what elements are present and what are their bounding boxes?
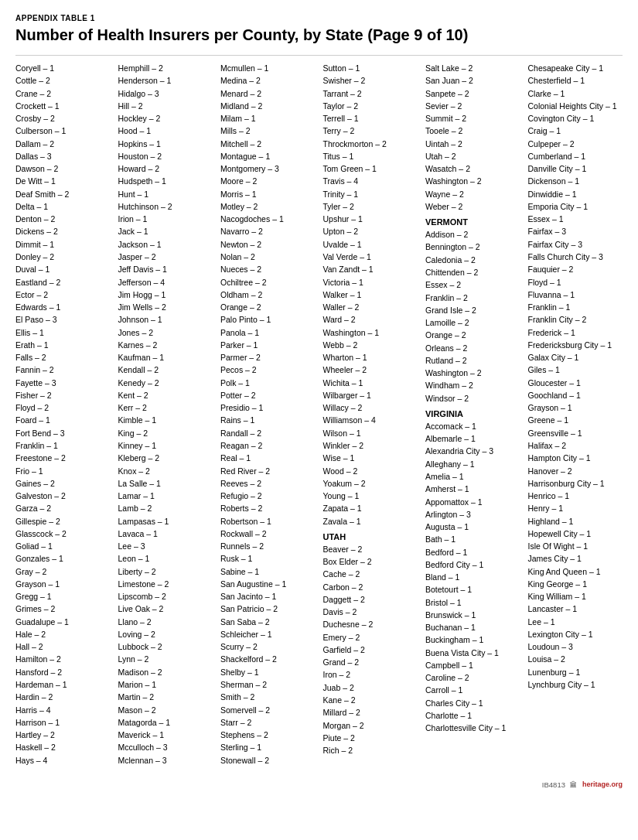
list-item: Franklin – 1 [528,301,623,313]
list-item: Charlotte – 1 [425,709,520,722]
list-item: Starr – 2 [220,716,316,729]
list-item: Parker – 1 [220,339,316,351]
list-item: Hall – 2 [15,640,111,653]
column-4: Sutton – 1Swisher – 2Tarrant – 2Taylor –… [323,62,426,767]
list-item: Liberty – 2 [118,565,213,578]
list-item: Buckingham – 1 [425,633,520,646]
list-item: Summit – 2 [425,112,520,125]
list-item: Zapata – 1 [323,502,418,514]
footer: IB4813 🏛 heritage.org [15,780,623,789]
list-item: Gray – 2 [15,565,111,578]
list-item: Sanpete – 2 [425,87,520,100]
list-item: El Paso – 3 [15,313,111,326]
list-item: Fredericksburg City – 1 [528,339,623,351]
list-item: Grand Isle – 2 [425,304,520,316]
list-item: Gloucester – 1 [528,377,623,389]
list-item: Polk – 1 [220,377,316,389]
list-item: Emery – 2 [323,631,418,644]
list-item: Palo Pinto – 1 [220,313,316,326]
list-item: Kerr – 2 [118,401,213,414]
list-item: Kenedy – 2 [118,377,213,389]
footer-icon: 🏛 [570,780,578,789]
list-item: Knox – 2 [118,465,213,477]
list-item: Stephens – 2 [220,729,316,741]
list-item: Falls Church City – 3 [528,251,623,263]
list-item: Lamoille – 2 [425,316,520,329]
list-item: Appomattox – 1 [425,496,520,508]
list-item: Wise – 1 [323,452,418,464]
title-divider [15,55,623,56]
list-item: Mcmullen – 1 [220,62,316,74]
list-item: Buchanan – 1 [425,621,520,633]
list-item: Wichita – 1 [323,377,418,389]
list-item: Fannin – 2 [15,364,111,376]
list-item: Chesapeake City – 1 [528,62,623,74]
list-item: Mitchell – 2 [220,138,316,150]
list-item: Hood – 1 [118,125,213,137]
list-item: Dickens – 2 [15,225,111,237]
list-item: Lamb – 2 [118,502,213,514]
column-5: Salt Lake – 2San Juan – 2Sanpete – 2Sevi… [425,62,528,767]
list-item: Lipscomb – 2 [118,590,213,603]
list-item: Wasatch – 2 [425,162,520,175]
list-item: King And Queen – 1 [528,565,623,578]
list-item: Box Elder – 2 [323,555,418,568]
list-item: Franklin City – 2 [528,313,623,326]
list-item: Crane – 2 [15,87,111,100]
list-item: Panola – 1 [220,326,316,339]
list-item: Motley – 2 [220,200,316,213]
list-item: Kent – 2 [118,389,213,401]
list-item: Hutchinson – 2 [118,200,213,213]
list-item: Augusta – 1 [425,521,520,533]
list-item: Runnels – 2 [220,540,316,552]
list-item: Franklin – 2 [425,292,520,304]
list-item: Taylor – 2 [323,100,418,112]
list-item: Juab – 2 [323,681,418,694]
list-item: Halifax – 2 [528,439,623,452]
list-item: Potter – 2 [220,389,316,401]
list-item: Henry – 1 [528,502,623,514]
list-item: Donley – 2 [15,251,111,263]
list-item: Henderson – 1 [118,74,213,87]
list-item: Smith – 2 [220,691,316,703]
list-item: Frederick – 1 [528,326,623,339]
list-item: De Witt – 1 [15,175,111,187]
list-item: Upton – 2 [323,225,418,237]
list-item: Davis – 2 [323,606,418,618]
list-item: Harrisonburg City – 1 [528,477,623,490]
list-item: Amherst – 1 [425,483,520,495]
list-item: Denton – 2 [15,213,111,225]
list-item: Stonewall – 2 [220,754,316,767]
state-header-virginia: VIRGINIA [425,409,520,418]
column-2: Hemphill – 2Henderson – 1Hidalgo – 3Hill… [118,62,221,767]
list-item: Iron – 2 [323,668,418,681]
list-item: Colonial Heights City – 1 [528,100,623,112]
list-item: Bennington – 2 [425,241,520,253]
list-item: Jack – 1 [118,225,213,237]
list-item: Fauquier – 2 [528,263,623,275]
list-item: Covington City – 1 [528,112,623,125]
list-item: Mills – 2 [220,125,316,137]
list-item: James City – 1 [528,552,623,565]
list-item: Jones – 2 [118,326,213,339]
list-item: Johnson – 1 [118,313,213,326]
list-item: Irion – 1 [118,213,213,225]
list-item: Galax City – 1 [528,351,623,364]
list-item: Tarrant – 2 [323,87,418,100]
list-item: Harrison – 1 [15,716,111,729]
list-item: Van Zandt – 1 [323,263,418,275]
list-item: Matagorda – 1 [118,716,213,729]
list-item: Dawson – 2 [15,162,111,175]
list-item: San Juan – 2 [425,74,520,87]
list-item: King William – 1 [528,590,623,603]
list-item: Franklin – 1 [15,439,111,452]
list-item: Morgan – 2 [323,719,418,732]
list-item: Hidalgo – 3 [118,87,213,100]
list-item: Albemarle – 1 [425,432,520,445]
list-item: Shackelford – 2 [220,653,316,665]
list-item: Buena Vista City – 1 [425,647,520,659]
list-item: Shelby – 1 [220,666,316,678]
list-item: Williamson – 4 [323,414,418,426]
list-item: Cottle – 2 [15,74,111,87]
list-item: Hanover – 2 [528,465,623,477]
